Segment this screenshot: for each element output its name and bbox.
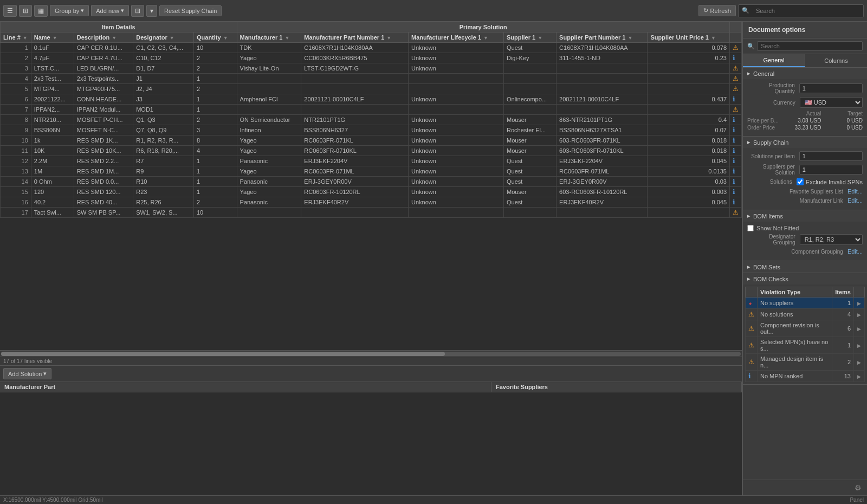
table-row[interactable]: 11 10K RES SMD 10K... R6, R18, R20,... 4… bbox=[1, 146, 742, 156]
table-row[interactable]: 5 MTGP4... MTGP400H75... J2, J4 2 ⚠ bbox=[1, 84, 742, 94]
horizontal-scrollbar-area[interactable] bbox=[0, 350, 742, 357]
list-item[interactable]: ⚠ Selected MPN(s) have no s... 1 ▶ bbox=[746, 337, 865, 354]
col-lc1[interactable]: Manufacturer Lifecycle 1 ▼ bbox=[408, 33, 503, 43]
table-row[interactable]: 4 2x3 Test... 2x3 Testpoints... J1 1 ⚠ bbox=[1, 74, 742, 84]
fav-suppliers-edit[interactable]: Edit... bbox=[847, 188, 863, 195]
col-mfr1[interactable]: Manufacturer 1 ▼ bbox=[237, 33, 301, 43]
bom-checks-label: BOM Checks bbox=[753, 276, 788, 282]
list-item[interactable]: ℹ No MPN ranked 13 ▶ bbox=[746, 371, 865, 382]
bom-table-container[interactable]: Item Details Primary Solution Line # ▼ N… bbox=[0, 22, 742, 350]
up1-filter-btn[interactable]: ▼ bbox=[710, 35, 716, 41]
table-row[interactable]: 6 20021122... CONN HEADE... J3 1 Ampheno… bbox=[1, 94, 742, 105]
col-mpn1[interactable]: Manufacturer Part Number 1 ▼ bbox=[301, 33, 409, 43]
production-qty-input[interactable] bbox=[799, 83, 863, 93]
check-action-btn[interactable]: ▶ bbox=[857, 360, 862, 365]
col-name[interactable]: Name ▼ bbox=[31, 33, 74, 43]
columns-icon-btn2[interactable]: ▾ bbox=[146, 5, 157, 17]
refresh-btn[interactable]: ↻ Refresh bbox=[698, 5, 736, 16]
cell-mfr1: Panasonic bbox=[237, 197, 301, 208]
sup1-filter-btn[interactable]: ▼ bbox=[537, 35, 543, 41]
lc1-filter-btn[interactable]: ▼ bbox=[483, 35, 489, 41]
horizontal-scrollbar[interactable] bbox=[1, 352, 741, 356]
check-action-btn[interactable]: ▶ bbox=[857, 301, 862, 306]
table-row[interactable]: 15 120 RES SMD 120... R23 1 Yageo RC0603… bbox=[1, 187, 742, 197]
tab-general[interactable]: General bbox=[743, 54, 805, 67]
col-line[interactable]: Line # ▼ bbox=[1, 33, 31, 43]
table-row[interactable]: 13 1M RES SMD 1M... R9 1 Yageo RC0603FR-… bbox=[1, 166, 742, 177]
col-spn1[interactable]: Supplier Part Number 1 ▼ bbox=[557, 33, 648, 43]
table-row[interactable]: 14 0 Ohm RES SMD 0.0... R10 1 Panasonic … bbox=[1, 177, 742, 187]
settings-gear-btn[interactable]: ⚙ bbox=[852, 482, 864, 493]
des-filter-btn[interactable]: ▼ bbox=[169, 35, 175, 41]
price-per-board-target: 0 USD bbox=[823, 118, 863, 124]
cell-desc: SW SM PB SP... bbox=[74, 208, 133, 218]
tab-columns[interactable]: Columns bbox=[805, 54, 867, 67]
table-row[interactable]: 8 NTR210... MOSFET P-CH... Q1, Q3 2 ON S… bbox=[1, 115, 742, 125]
reset-supply-chain-btn[interactable]: Reset Supply Chain bbox=[159, 5, 222, 16]
solutions-per-item-input[interactable] bbox=[799, 151, 863, 161]
solution-content bbox=[0, 392, 742, 495]
scrollbar-thumb[interactable] bbox=[1, 352, 445, 356]
cell-name: IPPAN2... bbox=[31, 105, 74, 115]
name-filter-btn[interactable]: ▼ bbox=[52, 35, 58, 41]
table-row[interactable]: 7 IPPAN2... IPPAN2 Modul... MOD1 1 ⚠ bbox=[1, 105, 742, 115]
table-row[interactable]: 3 LTST-C... LED BL/GRN/... D1, D7 2 Vish… bbox=[1, 63, 742, 74]
list-item[interactable]: ⚠ Managed design item is n... 2 ▶ bbox=[746, 354, 865, 371]
spn1-filter-btn[interactable]: ▼ bbox=[627, 35, 633, 41]
mfr-link-edit[interactable]: Edit... bbox=[847, 197, 863, 204]
col-uprice1[interactable]: Supplier Unit Price 1 ▼ bbox=[648, 33, 730, 43]
solutions-per-item-label: Solutions per Item bbox=[747, 153, 797, 159]
list-item[interactable]: ⬥ No suppliers 1 ▶ bbox=[746, 298, 865, 309]
bom-items-section-header[interactable]: ▸ BOM Items bbox=[743, 210, 867, 222]
comp-grouping-edit[interactable]: Edit... bbox=[847, 248, 863, 255]
bom-sets-header[interactable]: ▸ BOM Sets bbox=[743, 261, 867, 273]
table-row[interactable]: 10 1k RES SMD 1K... R1, R2, R3, R... 8 Y… bbox=[1, 135, 742, 146]
layout-icon-1-btn[interactable]: ☰ bbox=[3, 5, 17, 17]
right-panel: Document options 🔍 General Columns ▸ Gen… bbox=[742, 22, 867, 495]
cell-line: 4 bbox=[1, 74, 31, 84]
col-manufacturer-part: Manufacturer Part bbox=[0, 382, 491, 392]
check-action-btn[interactable]: ▶ bbox=[857, 326, 862, 332]
cell-designator: R23 bbox=[133, 187, 194, 197]
layout-icon-3-btn[interactable]: ▦ bbox=[34, 5, 48, 17]
des-grouping-select[interactable]: R1, R2, R3 bbox=[800, 234, 863, 245]
add-solution-btn[interactable]: Add Solution ▾ bbox=[3, 368, 51, 379]
table-row[interactable]: 9 BSS806N MOSFET N-C... Q7, Q8, Q9 3 Inf… bbox=[1, 125, 742, 135]
show-not-fitted-checkbox[interactable] bbox=[747, 225, 754, 231]
check-action-btn[interactable]: ▶ bbox=[857, 312, 862, 318]
col-designator[interactable]: Designator ▼ bbox=[133, 33, 194, 43]
right-search-input[interactable] bbox=[757, 41, 863, 51]
mfr1-filter-btn[interactable]: ▼ bbox=[284, 35, 290, 41]
cell-status: ⚠ bbox=[730, 208, 742, 218]
check-action-btn[interactable]: ▶ bbox=[857, 374, 862, 379]
list-item[interactable]: ⚠ Component revision is out... 6 ▶ bbox=[746, 320, 865, 337]
col-sup1[interactable]: Supplier 1 ▼ bbox=[503, 33, 556, 43]
table-row[interactable]: 12 2.2M RES SMD 2.2... R7 1 Panasonic ER… bbox=[1, 156, 742, 166]
toolbar-search-input[interactable] bbox=[752, 6, 860, 16]
bom-checks-header[interactable]: ▸ BOM Checks bbox=[743, 273, 867, 285]
col-qty[interactable]: Quantity ▼ bbox=[194, 33, 237, 43]
desc-filter-btn[interactable]: ▼ bbox=[111, 35, 117, 41]
add-new-btn[interactable]: Add new ▾ bbox=[91, 5, 129, 16]
cell-mfr1: Infineon bbox=[237, 125, 301, 135]
check-action-btn[interactable]: ▶ bbox=[857, 343, 862, 348]
table-row[interactable]: 17 Tact Swi... SW SM PB SP... SW1, SW2, … bbox=[1, 208, 742, 218]
col-desc[interactable]: Description ▼ bbox=[74, 33, 133, 43]
supply-chain-section-header[interactable]: ▸ Supply Chain bbox=[743, 137, 867, 148]
table-row[interactable]: 16 40.2 RES SMD 40... R25, R26 2 Panason… bbox=[1, 197, 742, 208]
layout-icon-2-btn[interactable]: ⊞ bbox=[19, 5, 32, 17]
line-filter-btn[interactable]: ▼ bbox=[22, 35, 28, 41]
list-item[interactable]: ⚠ No solutions 4 ▶ bbox=[746, 309, 865, 320]
bottom-action-bar: ⚙ bbox=[743, 480, 867, 495]
mpn1-filter-btn[interactable]: ▼ bbox=[386, 35, 392, 41]
suppliers-per-solution-input[interactable] bbox=[799, 165, 863, 175]
general-section-header[interactable]: ▸ General bbox=[743, 68, 867, 79]
exclude-invalid-checkbox[interactable] bbox=[797, 178, 804, 185]
table-row[interactable]: 2 4.7μF CAP CER 4.7U... C10, C12 2 Yageo… bbox=[1, 53, 742, 63]
columns-icon-btn[interactable]: ⊟ bbox=[131, 5, 144, 17]
cell-designator: R7 bbox=[133, 156, 194, 166]
currency-select[interactable]: 🇺🇸 USD bbox=[800, 97, 863, 108]
group-by-btn[interactable]: Group by ▾ bbox=[50, 5, 89, 16]
table-row[interactable]: 1 0.1uF CAP CER 0.1U... C1, C2, C3, C4,.… bbox=[1, 43, 742, 53]
qty-filter-btn[interactable]: ▼ bbox=[223, 35, 229, 41]
